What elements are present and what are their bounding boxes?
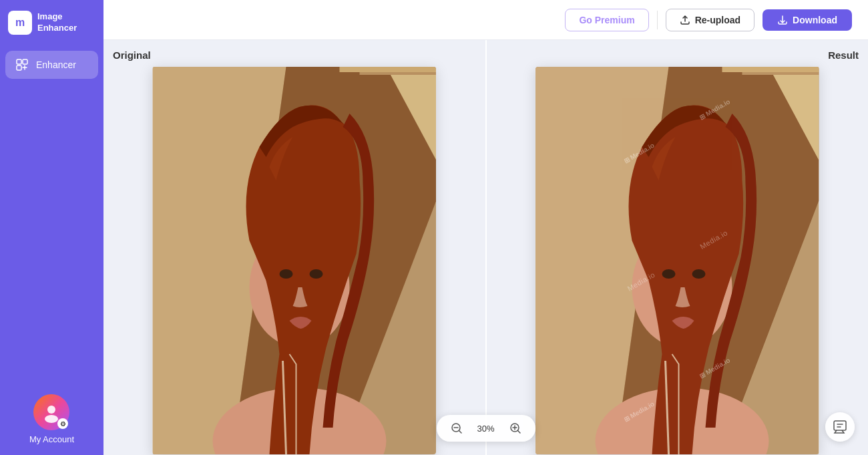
result-label: Result — [828, 49, 859, 61]
zoom-out-button[interactable] — [447, 419, 466, 438]
svg-point-26 — [692, 269, 706, 279]
original-panel: Original — [103, 40, 485, 455]
original-image-container — [103, 40, 485, 455]
original-photo — [152, 67, 436, 454]
upload-icon — [680, 15, 690, 25]
zoom-out-icon — [450, 422, 463, 435]
reupload-button[interactable]: Re-upload — [666, 9, 754, 31]
svg-rect-20 — [722, 67, 819, 72]
svg-point-4 — [45, 415, 58, 423]
svg-rect-2 — [17, 65, 21, 70]
enhancer-icon — [15, 57, 29, 72]
zoom-in-icon — [509, 422, 522, 435]
account-label: My Account — [29, 434, 74, 444]
avatar-badge: ⚙ — [57, 418, 68, 429]
result-panel: Result — [487, 40, 869, 455]
account-section[interactable]: ⚙ My Account — [19, 384, 85, 455]
go-premium-button[interactable]: Go Premium — [565, 9, 648, 31]
result-image-container: ⊞ Media.io ⊞ Media.io Media.io Media.io … — [487, 40, 869, 455]
content-area: Original — [103, 40, 868, 455]
header: Go Premium Re-upload Download — [103, 0, 868, 40]
header-divider — [657, 11, 658, 29]
sidebar-item-label-enhancer: Enhancer — [36, 59, 76, 70]
sidebar-item-enhancer[interactable]: Enhancer — [5, 51, 98, 79]
result-photo: ⊞ Media.io ⊞ Media.io Media.io Media.io … — [535, 67, 819, 454]
panel-separator — [485, 40, 487, 455]
svg-rect-1 — [23, 59, 27, 64]
svg-point-15 — [309, 269, 322, 279]
original-label: Original — [113, 49, 151, 61]
svg-rect-9 — [339, 67, 436, 72]
svg-point-14 — [279, 269, 292, 279]
svg-rect-10 — [359, 72, 436, 75]
logo-area: m Image Enhancer — [0, 0, 103, 45]
zoom-value: 30% — [474, 424, 498, 434]
avatar: ⚙ — [33, 394, 69, 430]
original-portrait-svg — [152, 67, 436, 454]
svg-rect-0 — [17, 59, 21, 64]
logo-icon: m — [8, 11, 32, 35]
sidebar-nav: Enhancer — [0, 45, 103, 84]
logo-text: Image Enhancer — [37, 11, 77, 34]
zoom-controls: 30% — [437, 415, 535, 442]
sidebar: m Image Enhancer Enhancer — [0, 0, 103, 455]
zoom-in-button[interactable] — [506, 419, 525, 438]
main-area: Go Premium Re-upload Download Original — [103, 0, 868, 455]
result-portrait-svg — [535, 67, 819, 454]
download-button[interactable]: Download — [763, 9, 852, 31]
svg-rect-27 — [834, 421, 846, 430]
svg-point-3 — [47, 406, 55, 414]
feedback-icon — [833, 420, 847, 434]
svg-point-25 — [662, 269, 676, 279]
feedback-button[interactable] — [825, 412, 855, 442]
download-icon — [777, 15, 788, 25]
svg-rect-21 — [742, 72, 819, 75]
